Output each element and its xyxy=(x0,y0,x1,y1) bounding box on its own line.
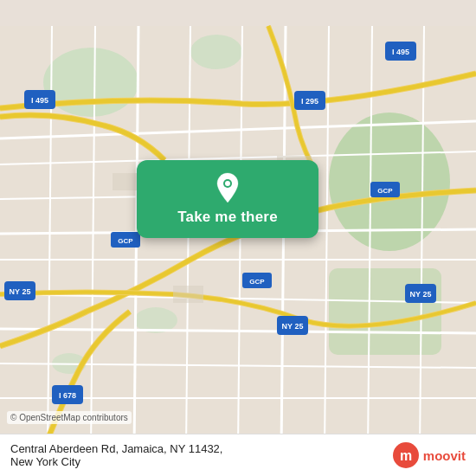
svg-text:NY 25: NY 25 xyxy=(10,287,31,296)
button-label: Take me there xyxy=(177,209,278,226)
location-pin-icon xyxy=(215,172,241,203)
bottom-bar: Central Aberdeen Rd, Jamaica, NY 11432, … xyxy=(0,434,476,476)
map-container: I 495 I 495 I 295 GCP GCP GCP NY 25 NY 2… xyxy=(0,0,476,476)
address-section: Central Aberdeen Rd, Jamaica, NY 11432, … xyxy=(10,442,222,468)
svg-text:GCP: GCP xyxy=(249,278,265,286)
svg-point-49 xyxy=(225,181,230,186)
svg-text:GCP: GCP xyxy=(377,187,393,195)
svg-text:I 495: I 495 xyxy=(392,48,409,56)
moovit-text: moovit xyxy=(423,448,466,463)
osm-credit: © OpenStreetMap contributors xyxy=(7,411,132,424)
svg-text:I 678: I 678 xyxy=(59,391,76,400)
svg-rect-4 xyxy=(329,268,441,355)
moovit-logo[interactable]: m moovit xyxy=(392,441,466,469)
svg-rect-46 xyxy=(113,173,138,190)
svg-text:GCP: GCP xyxy=(118,237,133,245)
city-line: New York City xyxy=(10,455,222,468)
svg-point-2 xyxy=(190,35,242,69)
map-background: I 495 I 495 I 295 GCP GCP GCP NY 25 NY 2… xyxy=(0,0,476,476)
svg-rect-47 xyxy=(173,286,203,303)
address-line: Central Aberdeen Rd, Jamaica, NY 11432, xyxy=(10,442,222,455)
take-me-there-button[interactable]: Take me there xyxy=(137,160,318,238)
moovit-icon: m xyxy=(392,441,420,469)
svg-text:I 495: I 495 xyxy=(31,96,48,105)
svg-text:I 295: I 295 xyxy=(301,97,318,106)
svg-text:m: m xyxy=(400,448,412,463)
svg-text:NY 25: NY 25 xyxy=(282,322,304,331)
svg-text:NY 25: NY 25 xyxy=(410,290,432,299)
